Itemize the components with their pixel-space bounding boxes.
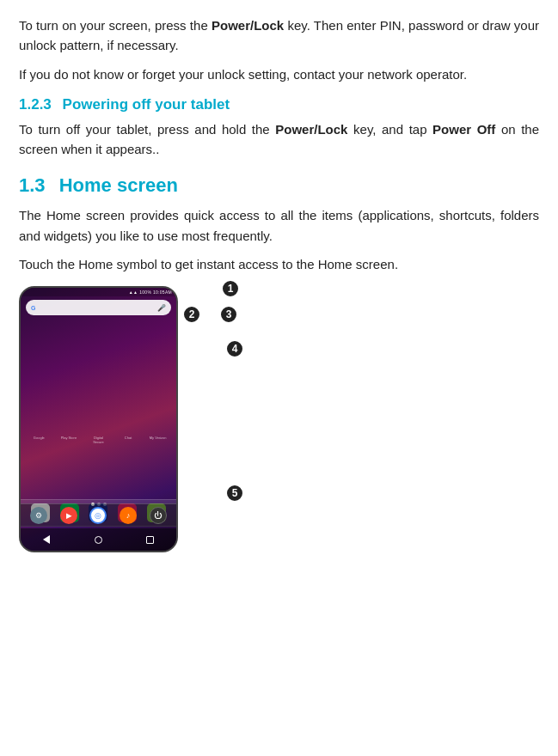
mic-icon: 🎤	[157, 304, 166, 312]
recents-icon	[146, 536, 154, 544]
callout-5: 5	[225, 484, 244, 503]
bottom-navigation	[21, 528, 176, 551]
back-button[interactable]	[40, 535, 52, 544]
signal-icon: ▲▲	[129, 290, 138, 295]
quick-settings: ⚙ ▶ ◎ ♪ ⏻	[21, 503, 176, 527]
wallpaper-area	[21, 315, 176, 436]
heading-1-3-number: 1.3	[19, 174, 46, 196]
paragraph-2: If you do not know or forget your unlock…	[19, 64, 539, 84]
recents-button[interactable]	[144, 535, 156, 544]
paragraph-4: The Home screen provides quick access to…	[19, 205, 539, 246]
youtube-icon[interactable]: ▶	[60, 507, 77, 524]
digital-label: Digital Secure	[89, 436, 107, 444]
status-text: 100% 10:05AM	[139, 290, 172, 295]
myverison-label: My Verizon	[149, 436, 168, 444]
status-bar: ▲▲ 100% 10:05AM	[21, 288, 176, 296]
heading-1-2-3-number: 1.2.3	[19, 96, 52, 113]
search-bar[interactable]: G 🎤	[26, 300, 171, 315]
bold-poweroff: Power Off	[432, 122, 495, 137]
heading-1-3: 1.3 Home screen	[19, 174, 539, 197]
paragraph-3: To turn off your tablet, press and hold …	[19, 119, 539, 160]
chat-label: Chat	[119, 436, 138, 444]
callout-3: 3	[219, 305, 238, 324]
app-labels: Google Play Store Digital Secure Chat My…	[21, 436, 176, 444]
heading-1-3-text: Home screen	[59, 174, 178, 196]
paragraph-5: Touch the Home symbol to get instant acc…	[19, 254, 539, 274]
home-button[interactable]	[92, 535, 104, 544]
settings-icon[interactable]: ⚙	[30, 507, 47, 524]
back-icon	[43, 535, 50, 544]
callout-2: 2	[182, 305, 201, 324]
power-icon[interactable]: ⏻	[150, 507, 167, 524]
chrome-icon[interactable]: ◎	[89, 507, 107, 524]
heading-1-2-3: 1.2.3 Powering off your tablet	[19, 96, 539, 113]
home-icon	[95, 536, 102, 544]
phone-screen: ▲▲ 100% 10:05AM G 🎤 Google Play Store Di…	[21, 288, 176, 551]
phone-mockup: ▲▲ 100% 10:05AM G 🎤 Google Play Store Di…	[19, 286, 178, 552]
callout-4: 4	[225, 339, 244, 358]
google-label: Google	[29, 436, 48, 444]
music-icon[interactable]: ♪	[120, 507, 137, 524]
callout-1: 1	[221, 279, 240, 298]
callout-area: 1 2 3 4 5	[178, 286, 350, 552]
heading-1-2-3-text: Powering off your tablet	[63, 96, 230, 113]
paragraph-1: To turn on your screen, press the Power/…	[19, 15, 539, 56]
bold-powerlock-2: Power/Lock	[275, 122, 347, 137]
google-logo: G	[31, 305, 35, 311]
phone-diagram: ▲▲ 100% 10:05AM G 🎤 Google Play Store Di…	[19, 286, 539, 552]
playstore-label: Play Store	[59, 436, 78, 444]
bold-powerlock-1: Power/Lock	[212, 18, 284, 33]
quick-icons-row: ⚙ ▶ ◎ ♪ ⏻	[21, 504, 176, 527]
